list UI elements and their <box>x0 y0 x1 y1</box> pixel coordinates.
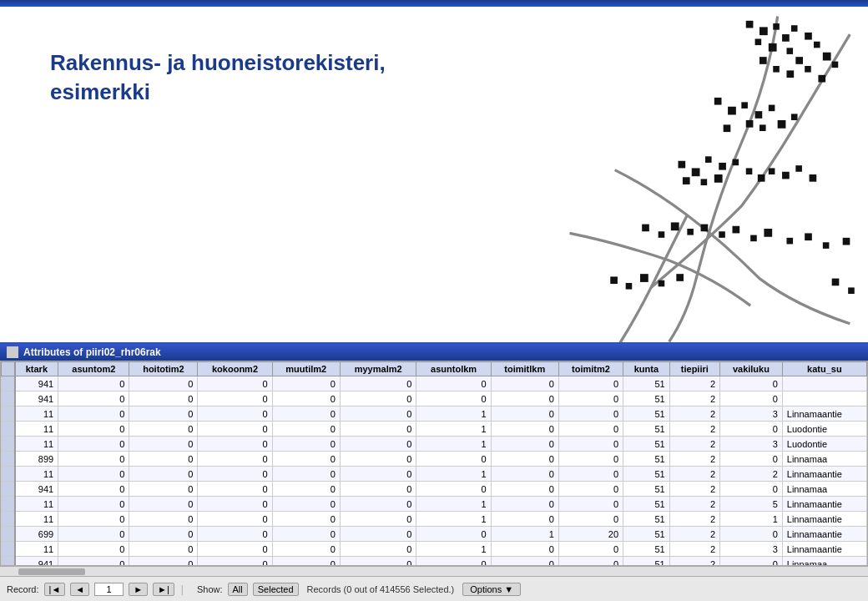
svg-rect-19 <box>714 98 722 105</box>
table-cell: 51 <box>623 376 670 391</box>
map-svg <box>434 7 868 342</box>
svg-rect-3 <box>773 23 780 30</box>
table-cell: 0 <box>58 407 129 422</box>
table-cell <box>782 376 866 391</box>
table-cell: 0 <box>558 557 623 567</box>
svg-rect-25 <box>760 124 766 131</box>
row-indicator-header <box>2 362 15 376</box>
table-row[interactable]: 11000001005121Linnamaantie <box>2 512 867 527</box>
svg-rect-52 <box>787 238 794 245</box>
table-cell: 3 <box>720 437 783 452</box>
table-cell: 2 <box>669 482 719 497</box>
table-cell: 2 <box>669 467 719 482</box>
next-record-button[interactable]: ► <box>129 583 148 596</box>
table-cell: 0 <box>272 376 340 391</box>
table-cell: 0 <box>340 542 416 557</box>
table-cell: 0 <box>491 557 558 567</box>
svg-rect-12 <box>823 53 831 61</box>
attribute-table: ktark asuntom2 hoitotim2 kokoonm2 muutil… <box>1 361 867 566</box>
table-cell: 0 <box>58 557 129 567</box>
table-cell: 11 <box>15 422 58 437</box>
options-dropdown-arrow: ▼ <box>504 584 513 594</box>
table-cell: 0 <box>491 482 558 497</box>
table-cell: 0 <box>198 467 272 482</box>
table-cell: 0 <box>340 376 416 391</box>
table-cell: 3 <box>720 542 783 557</box>
attribute-panel: Attributes of piiri02_rhr06rak ktark asu… <box>0 342 868 601</box>
svg-rect-45 <box>671 222 679 230</box>
col-toimitm2: toimitm2 <box>558 362 623 376</box>
table-cell: Linnamaantie <box>782 527 866 542</box>
table-row[interactable]: 11000001005125Linnamaantie <box>2 497 867 512</box>
table-row[interactable]: 11000001005123Linnamaantie <box>2 407 867 422</box>
table-row[interactable]: 899000000005120Linnamaa <box>2 452 867 467</box>
row-indicator <box>2 482 15 497</box>
options-button[interactable]: Options ▼ <box>462 583 521 596</box>
table-cell: 1 <box>416 497 491 512</box>
table-cell: 0 <box>198 391 272 407</box>
table-cell: 0 <box>340 482 416 497</box>
text-panel: Rakennus- ja huoneistorekisteri, esimerk… <box>0 7 434 342</box>
table-cell: 51 <box>623 512 670 527</box>
table-row[interactable]: 11000001005120Luodontie <box>2 422 867 437</box>
table-row[interactable]: 11000001005123Luodontie <box>2 437 867 452</box>
table-cell: 1 <box>720 512 783 527</box>
table-cell: 0 <box>558 497 623 512</box>
svg-rect-57 <box>626 283 633 290</box>
horizontal-scrollbar[interactable] <box>0 566 868 576</box>
prev-record-button[interactable]: ◄ <box>70 583 89 596</box>
table-cell: 2 <box>669 527 719 542</box>
bottom-toolbar: Record: |◄ ◄ ► ►| | Show: All Selected R… <box>0 576 868 601</box>
table-cell: 941 <box>15 391 58 407</box>
show-selected-button[interactable]: Selected <box>253 583 299 596</box>
scroll-thumb[interactable] <box>18 568 85 575</box>
table-cell: 0 <box>272 437 340 452</box>
table-row[interactable]: 11000001005122Linnamaantie <box>2 467 867 482</box>
table-cell: 0 <box>416 452 491 467</box>
table-cell: 2 <box>720 467 783 482</box>
row-indicator <box>2 497 15 512</box>
svg-rect-31 <box>705 156 712 163</box>
table-row[interactable]: 941000000005120Linnamaa <box>2 557 867 567</box>
table-cell: 0 <box>558 512 623 527</box>
table-cell: 0 <box>129 452 198 467</box>
table-cell: Linnamaantie <box>782 512 866 527</box>
table-cell: 899 <box>15 452 58 467</box>
table-cell: 0 <box>272 452 340 467</box>
first-record-button[interactable]: |◄ <box>44 583 66 596</box>
last-record-button[interactable]: ►| <box>153 583 174 596</box>
table-row[interactable]: 941000000005120 <box>2 391 867 407</box>
table-row[interactable]: 941000000005120 <box>2 376 867 391</box>
table-container[interactable]: ktark asuntom2 hoitotim2 kokoonm2 muutil… <box>0 361 868 566</box>
table-cell: 0 <box>340 437 416 452</box>
svg-rect-8 <box>769 43 777 52</box>
table-cell: Linnamaantie <box>782 407 866 422</box>
table-cell: 0 <box>416 527 491 542</box>
svg-rect-41 <box>795 165 802 172</box>
table-row[interactable]: 6990000001205120Linnamaantie <box>2 527 867 542</box>
table-cell: 11 <box>15 437 58 452</box>
row-indicator <box>2 376 15 391</box>
table-cell: 0 <box>558 482 623 497</box>
svg-rect-29 <box>679 161 686 169</box>
table-row[interactable]: 941000000005120Linnamaa <box>2 482 867 497</box>
svg-rect-6 <box>805 33 812 40</box>
table-cell: 0 <box>720 557 783 567</box>
svg-rect-51 <box>764 229 772 237</box>
table-row[interactable]: 11000001005123Linnamaantie <box>2 542 867 557</box>
table-cell: 0 <box>340 467 416 482</box>
table-cell: 0 <box>416 391 491 407</box>
table-cell: 1 <box>491 527 558 542</box>
table-cell: Linnamaantie <box>782 542 866 557</box>
table-cell: 51 <box>623 407 670 422</box>
record-number-input[interactable] <box>94 583 124 596</box>
svg-rect-49 <box>733 226 740 234</box>
table-cell: 0 <box>198 437 272 452</box>
table-cell: 0 <box>720 482 783 497</box>
table-cell: Linnamaa <box>782 482 866 497</box>
col-asuntolkm: asuntolkm <box>416 362 491 376</box>
row-indicator <box>2 527 15 542</box>
table-cell: 0 <box>720 422 783 437</box>
show-all-button[interactable]: All <box>228 583 248 596</box>
table-cell: 51 <box>623 422 670 437</box>
